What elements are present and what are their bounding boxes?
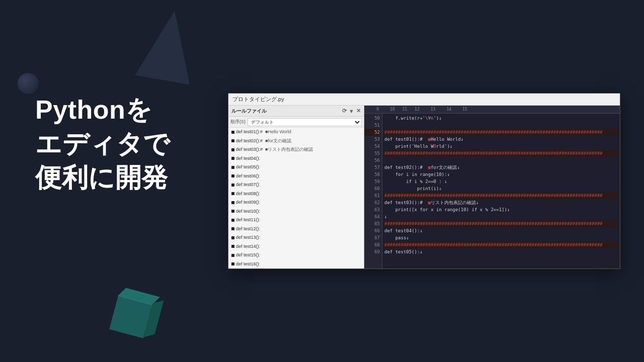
- code-line: ########################################…: [384, 150, 618, 157]
- file-item-name: def test05():: [236, 164, 260, 171]
- code-line: print([x for x in range(10) if x % 2==1]…: [384, 206, 618, 213]
- code-line: def test02():# ■for文の確認↓: [384, 164, 618, 171]
- file-list: def test01():#■Hello Worlddef test02():#…: [228, 128, 364, 268]
- file-dot: [231, 236, 234, 239]
- list-item[interactable]: def test03():#■リスト内包表記の確認: [228, 145, 364, 154]
- file-panel-toolbar: 順序(S) デフォルト: [228, 117, 364, 128]
- file-item-name: def test16():: [236, 261, 260, 268]
- code-line: ########################################…: [384, 129, 618, 136]
- file-dot: [231, 192, 234, 195]
- file-item-name: def test13():: [236, 234, 260, 241]
- line-number: 64: [364, 213, 380, 220]
- code-line: ########################################…: [384, 220, 618, 227]
- line-number: 58: [364, 171, 380, 178]
- file-item-name: def test03():#: [236, 146, 263, 153]
- code-panel: 9 10 11 12 13 14 15 50515253545556575859…: [364, 106, 620, 268]
- code-line: ########################################…: [384, 241, 618, 248]
- line-number: 53: [364, 136, 380, 143]
- code-line: ########################################…: [384, 192, 618, 199]
- line-number: 57: [364, 164, 380, 171]
- list-item[interactable]: def test09():: [228, 198, 364, 207]
- code-line: for i in range(10):↓: [384, 171, 618, 178]
- file-dot: [231, 131, 234, 134]
- close-icon[interactable]: ✕: [356, 108, 361, 114]
- file-item-name: def test01():#: [236, 129, 263, 136]
- line-number: 56: [364, 157, 380, 164]
- ruler: 9 10 11 12 13 14 15: [364, 106, 620, 114]
- list-item[interactable]: def test12():: [228, 225, 364, 234]
- code-lines: f.write(r+'\¥n')↓#######################…: [382, 114, 620, 268]
- line-number: 66: [364, 227, 380, 234]
- code-line: def test05():↓: [384, 248, 618, 255]
- line-number: 69: [364, 248, 380, 255]
- file-dot: [231, 254, 234, 257]
- panel-title: ルールファイル: [231, 108, 267, 115]
- hero-line1: Pythonを: [35, 93, 170, 127]
- file-dot: [231, 184, 234, 187]
- file-dot: [231, 227, 234, 230]
- hero-line2: エディタで: [35, 127, 170, 161]
- list-item[interactable]: def test02():#■for文の確認: [228, 137, 364, 146]
- line-number: 62: [364, 199, 380, 206]
- editor-body: ルールファイル ⟳ ▼ ✕ 順序(S) デフォルト def test01():#…: [228, 106, 620, 268]
- list-item[interactable]: def test06():: [228, 172, 364, 181]
- file-item-comment: ■Hello World: [265, 129, 291, 136]
- file-item-name: def test04():: [236, 155, 260, 162]
- line-number: 61: [364, 192, 380, 199]
- line-number: 67: [364, 234, 380, 241]
- code-line: pass↓: [384, 234, 618, 241]
- sort-select[interactable]: デフォルト: [248, 118, 362, 126]
- line-number: 65: [364, 220, 380, 227]
- sort-label: 順序(S): [230, 119, 246, 125]
- decorative-cube: [109, 295, 152, 338]
- file-panel-header: ルールファイル ⟳ ▼ ✕: [228, 106, 364, 117]
- list-item[interactable]: def test14():: [228, 242, 364, 251]
- list-item[interactable]: def test13():: [228, 233, 364, 242]
- list-item[interactable]: def test15():: [228, 251, 364, 260]
- line-number: 50: [364, 115, 380, 122]
- file-item-comment: ■リスト内包表記の確認: [265, 146, 313, 153]
- file-dot: [231, 139, 234, 142]
- list-item[interactable]: def test10():: [228, 207, 364, 216]
- file-item-name: def test07():: [236, 182, 260, 189]
- list-item[interactable]: def test16():: [228, 260, 364, 269]
- title-bar: プロトタイピング.py: [228, 94, 620, 106]
- code-content: 5051525354555657585960616263646566676869…: [364, 114, 620, 268]
- settings-icon[interactable]: ▼: [349, 108, 354, 114]
- file-panel: ルールファイル ⟳ ▼ ✕ 順序(S) デフォルト def test01():#…: [228, 106, 364, 268]
- file-dot: [231, 201, 234, 204]
- code-line: def test03():# ■リスト内包表記の確認↓: [384, 199, 618, 206]
- file-dot: [231, 166, 234, 169]
- line-number: 59: [364, 178, 380, 185]
- file-dot: [231, 174, 234, 177]
- list-item[interactable]: def test04():: [228, 154, 364, 163]
- code-line: [384, 157, 618, 164]
- file-item-name: def test06():: [236, 173, 260, 180]
- line-number: 52: [364, 129, 380, 136]
- line-number: 51: [364, 122, 380, 129]
- list-item[interactable]: def test05():: [228, 163, 364, 172]
- code-line: print('Hello WOrld')↓: [384, 143, 618, 150]
- code-line: print(i)↓: [384, 185, 618, 192]
- file-item-name: def test15():: [236, 252, 260, 259]
- file-dot: [231, 157, 234, 160]
- editor-title: プロトタイピング.py: [232, 96, 284, 103]
- file-item-name: def test09():: [236, 199, 260, 206]
- editor-window: プロトタイピング.py ルールファイル ⟳ ▼ ✕ 順序(S) デフォルト de…: [228, 93, 620, 269]
- line-numbers: 5051525354555657585960616263646566676869: [364, 114, 382, 268]
- code-line: f.write(r+'\¥n')↓: [384, 115, 618, 122]
- decorative-sphere: [18, 73, 39, 94]
- file-item-name: def test14():: [236, 243, 260, 250]
- refresh-icon[interactable]: ⟳: [342, 108, 347, 114]
- file-item-name: def test08():: [236, 191, 260, 198]
- list-item[interactable]: def test11():: [228, 216, 364, 225]
- list-item[interactable]: def test08():: [228, 190, 364, 199]
- list-item[interactable]: def test01():#■Hello World: [228, 128, 364, 137]
- list-item[interactable]: def test07():: [228, 180, 364, 190]
- code-line: [384, 122, 618, 129]
- file-item-name: def test11():: [236, 217, 260, 224]
- file-item-name: def test02():#: [236, 138, 263, 145]
- decorative-triangle: [135, 6, 202, 85]
- file-dot: [231, 148, 234, 151]
- code-line: if i % 2==0 : ↓: [384, 178, 618, 185]
